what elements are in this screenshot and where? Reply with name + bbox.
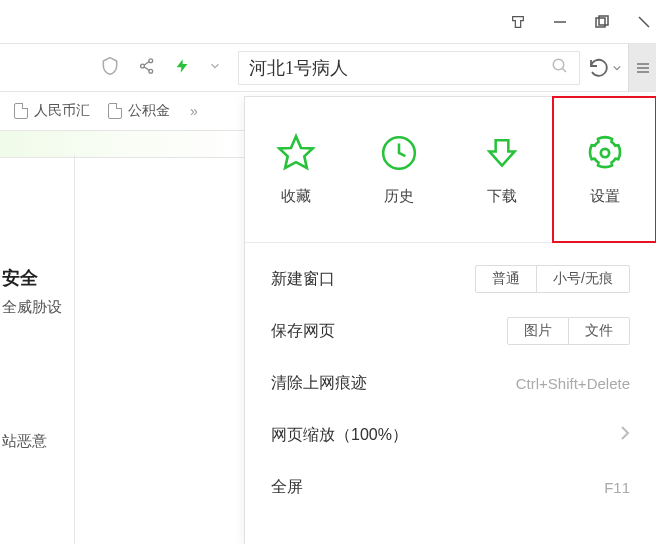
chevron-down-icon[interactable]: [208, 59, 222, 76]
hamburger-menu-button[interactable]: [628, 44, 656, 92]
chevron-right-icon: [620, 425, 630, 446]
svg-line-3: [639, 17, 649, 27]
content-strip: [0, 130, 244, 158]
svg-marker-14: [280, 136, 313, 168]
close-icon[interactable]: [636, 14, 652, 30]
search-input[interactable]: 河北1号病人: [238, 51, 580, 85]
share-icon[interactable]: [138, 57, 156, 78]
titlebar: [0, 0, 656, 44]
svg-line-8: [144, 67, 149, 71]
toolbar-icons: [0, 56, 222, 79]
menu-zoom[interactable]: 网页缩放（100%）: [245, 409, 656, 461]
menu-label: 网页缩放（100%）: [271, 425, 408, 446]
menu-label: 保存网页: [271, 321, 335, 342]
settings-button[interactable]: 设置: [553, 97, 656, 242]
panel-label: 设置: [590, 187, 620, 206]
new-window-options: 普通 小号/无痕: [475, 265, 630, 293]
svg-line-10: [562, 68, 566, 72]
bookmark-label: 人民币汇: [34, 102, 90, 120]
section-text: 站恶意: [2, 432, 47, 451]
panel-label: 下载: [487, 187, 517, 206]
menu-new-window[interactable]: 新建窗口 普通 小号/无痕: [245, 253, 656, 305]
section-text: 全威胁设: [2, 298, 62, 317]
shield-icon[interactable]: [100, 56, 120, 79]
section-heading: 安全: [2, 266, 38, 290]
bookmark-item[interactable]: 公积金: [102, 102, 176, 120]
shortcut-text: F11: [604, 479, 630, 496]
save-page-options: 图片 文件: [507, 317, 630, 345]
minimize-icon[interactable]: [552, 14, 568, 30]
download-button[interactable]: 下载: [451, 97, 554, 242]
svg-line-7: [144, 62, 149, 66]
history-button[interactable]: 历史: [348, 97, 451, 242]
page-icon: [108, 103, 122, 119]
gear-icon: [585, 133, 625, 173]
appearance-icon[interactable]: [510, 14, 526, 30]
star-icon: [276, 133, 316, 173]
menu-label: 清除上网痕迹: [271, 373, 367, 394]
panel-label: 收藏: [281, 187, 311, 206]
svg-point-16: [600, 149, 608, 157]
undo-button[interactable]: [580, 44, 628, 92]
menu-label: 新建窗口: [271, 269, 335, 290]
panel-label: 历史: [384, 187, 414, 206]
clock-icon: [379, 133, 419, 173]
option-file[interactable]: 文件: [568, 318, 629, 344]
option-normal[interactable]: 普通: [476, 266, 536, 292]
menu-save-page[interactable]: 保存网页 图片 文件: [245, 305, 656, 357]
favorites-button[interactable]: 收藏: [245, 97, 348, 242]
menu-label: 全屏: [271, 477, 303, 498]
panel-shortcuts: 收藏 历史 下载 设置: [245, 97, 656, 243]
maximize-icon[interactable]: [594, 14, 610, 30]
shortcut-text: Ctrl+Shift+Delete: [516, 375, 630, 392]
page-icon: [14, 103, 28, 119]
svg-point-9: [553, 59, 564, 70]
search-icon[interactable]: [551, 57, 569, 78]
bolt-icon[interactable]: [174, 56, 190, 79]
menu-fullscreen[interactable]: 全屏 F11: [245, 461, 656, 513]
main-menu-panel: 收藏 历史 下载 设置 新建窗口: [244, 96, 656, 544]
bookmark-item[interactable]: 人民币汇: [8, 102, 96, 120]
bookmarks-more[interactable]: »: [182, 103, 206, 119]
menu-clear-data[interactable]: 清除上网痕迹 Ctrl+Shift+Delete: [245, 357, 656, 409]
option-private[interactable]: 小号/无痕: [536, 266, 629, 292]
search-text: 河北1号病人: [249, 56, 551, 80]
menu-list: 新建窗口 普通 小号/无痕 保存网页 图片 文件 清除上网痕迹 Ctrl+Shi…: [245, 243, 656, 523]
left-column: [0, 155, 75, 544]
toolbar: 河北1号病人: [0, 44, 656, 92]
bookmark-label: 公积金: [128, 102, 170, 120]
option-image[interactable]: 图片: [508, 318, 568, 344]
download-icon: [482, 133, 522, 173]
